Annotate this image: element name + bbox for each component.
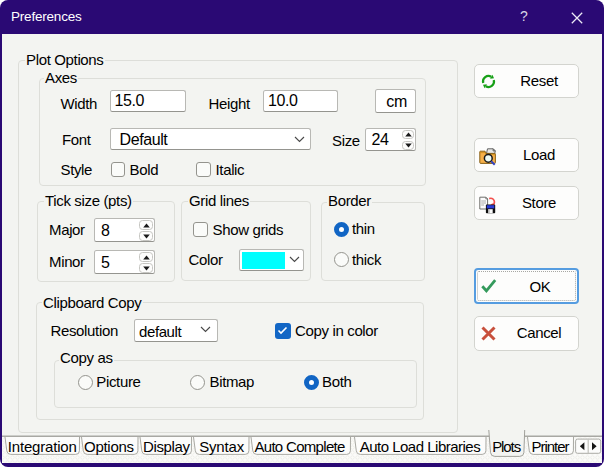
svg-text:Auto Complete: Auto Complete: [254, 438, 345, 455]
svg-text:Plots: Plots: [492, 438, 521, 455]
svg-text:Printer: Printer: [532, 438, 570, 455]
svg-text:Auto Load Libraries: Auto Load Libraries: [360, 438, 481, 455]
svg-text:Display: Display: [143, 438, 191, 455]
svg-text:Syntax: Syntax: [199, 438, 245, 455]
svg-text:Options: Options: [84, 438, 134, 455]
svg-text:Integration: Integration: [8, 438, 77, 455]
